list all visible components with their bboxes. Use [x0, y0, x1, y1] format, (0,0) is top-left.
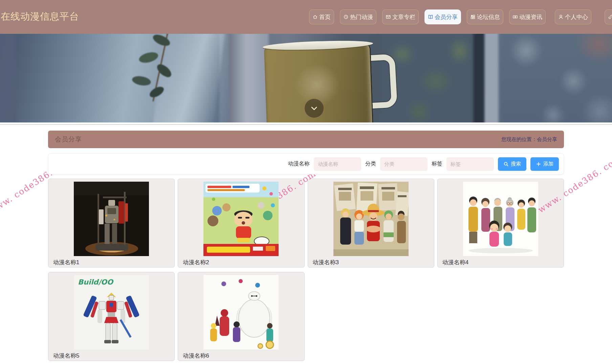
plant-decoration	[112, 34, 213, 112]
tag-input[interactable]	[446, 157, 494, 171]
chevron-down-icon	[310, 104, 319, 113]
hero-banner	[0, 34, 612, 122]
plus-icon	[536, 161, 541, 167]
anime-card[interactable]: 动漫名称1	[48, 179, 175, 268]
section-header: 会员分享 您现在的位置：会员分享	[48, 131, 564, 148]
nav-item-anime-news[interactable]: 动漫资讯	[509, 9, 546, 24]
main-container: 会员分享 您现在的位置：会员分享 动漫名称 分类 标签 搜索 添加	[48, 131, 564, 361]
anime-name-input[interactable]	[314, 157, 361, 171]
breadcrumb: 您现在的位置：会员分享	[501, 136, 557, 143]
poster-maruko-family	[463, 182, 538, 256]
nav-label: 首页	[319, 13, 331, 21]
clock-icon	[343, 14, 349, 20]
book-icon	[428, 14, 433, 20]
anime-card[interactable]: 动漫名称3	[308, 179, 434, 268]
user-icon	[558, 14, 564, 20]
category-label: 分类	[365, 160, 376, 167]
poster-gundam-figure	[74, 182, 149, 256]
nav-item-personal-center[interactable]: 个人中心	[555, 9, 591, 24]
breadcrumb-prefix: 您现在的位置：	[501, 136, 537, 142]
page-title: 会员分享	[55, 135, 82, 144]
nav-item-home[interactable]: 首页	[309, 9, 334, 24]
scroll-down-button[interactable]	[305, 99, 324, 118]
card-title: 动漫名称2	[183, 258, 304, 266]
poster-title-text: Build/OO	[78, 278, 114, 286]
nav-item-forum[interactable]: 论坛信息	[467, 9, 503, 24]
anime-card[interactable]: Build/OO 动漫名称5	[48, 272, 175, 361]
anime-card[interactable]: 动漫名称6	[178, 272, 304, 361]
card-title: 动漫名称6	[183, 352, 304, 360]
mail-icon	[386, 14, 391, 20]
grid-icon	[470, 14, 476, 20]
search-button-label: 搜索	[511, 161, 521, 167]
poster-big-hero	[203, 275, 279, 349]
nav-label: 论坛信息	[477, 13, 500, 21]
card-title: 动漫名称3	[313, 258, 434, 266]
tag-label: 标签	[432, 160, 442, 167]
add-button[interactable]: 添加	[530, 157, 559, 171]
anime-card[interactable]: 动漫名称2	[178, 179, 304, 268]
poster-gundam-build: Build/OO	[74, 275, 149, 349]
nav-item-articles[interactable]: 文章专栏	[382, 9, 419, 24]
category-input[interactable]	[380, 157, 428, 171]
anime-name-label: 动漫名称	[288, 160, 310, 167]
poster-shinchan	[203, 182, 279, 256]
site-title: 在线动漫信息平台	[1, 10, 79, 23]
card-title: 动漫名称4	[442, 258, 564, 266]
card-title: 动漫名称5	[53, 352, 174, 360]
add-button-label: 添加	[543, 161, 553, 167]
nav-item-admin[interactable]: 后台管理	[605, 9, 612, 24]
nav-label: 文章专栏	[392, 13, 415, 21]
anime-card[interactable]: 动漫名称4	[437, 179, 564, 268]
nav-label: 动漫资讯	[519, 13, 542, 21]
nav-label: 会员分享	[435, 13, 458, 21]
nav-item-member-share[interactable]: 会员分享	[424, 9, 461, 24]
filter-panel: 动漫名称 分类 标签 搜索 添加	[48, 153, 564, 175]
film-icon	[512, 14, 518, 20]
search-button[interactable]: 搜索	[498, 157, 526, 171]
main-nav: 首页 热门动漫 文章专栏 会员分享 论坛信息 动漫资讯 个人中心 后台管理	[309, 9, 612, 24]
nav-label: 个人中心	[565, 13, 588, 21]
poster-one-piece	[333, 182, 409, 256]
app-header: 在线动漫信息平台 首页 热门动漫 文章专栏 会员分享 论坛信息 动漫资讯 个人中…	[0, 0, 612, 34]
search-icon	[503, 161, 509, 167]
link-icon	[608, 14, 612, 20]
nav-label: 热门动漫	[350, 13, 373, 21]
breadcrumb-current-link[interactable]: 会员分享	[537, 136, 557, 142]
card-title: 动漫名称1	[53, 258, 174, 266]
nav-item-hot-anime[interactable]: 热门动漫	[340, 9, 376, 24]
anime-card-grid: 动漫名称1	[48, 179, 564, 361]
home-icon	[312, 14, 318, 20]
divider	[0, 124, 612, 125]
